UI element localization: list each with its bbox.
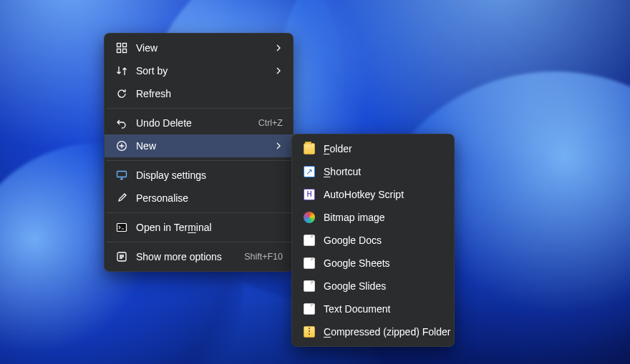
menu-item-shortcut: Shift+F10 <box>244 252 283 262</box>
bitmap-icon <box>302 210 316 225</box>
page-icon <box>302 233 316 247</box>
submenu-item-label: Shortcut <box>324 166 444 177</box>
submenu-item-label: Google Docs <box>324 235 444 246</box>
submenu-item-autohotkey[interactable]: AutoHotkey Script <box>292 183 454 206</box>
menu-item-label: Show more options <box>136 251 238 262</box>
menu-item-new[interactable]: New <box>105 134 293 157</box>
grid-icon <box>115 41 129 55</box>
sort-icon <box>115 64 129 78</box>
submenu-item-label: Google Sheets <box>324 257 444 269</box>
submenu-item-text-document[interactable]: Text Document <box>292 297 454 320</box>
svg-rect-6 <box>117 224 127 232</box>
menu-item-label: View <box>136 42 268 54</box>
brush-icon <box>115 191 129 205</box>
separator <box>106 160 291 161</box>
submenu-item-label: Compressed (zipped) Folder <box>324 326 450 338</box>
menu-item-display-settings[interactable]: Display settings <box>105 164 293 187</box>
submenu-item-shortcut[interactable]: Shortcut <box>292 160 454 183</box>
folder-icon <box>302 142 316 156</box>
svg-rect-2 <box>117 49 121 53</box>
menu-item-sort-by[interactable]: Sort by <box>105 59 293 82</box>
submenu-item-compressed-folder[interactable]: Compressed (zipped) Folder <box>292 320 454 343</box>
menu-item-label: Refresh <box>136 88 283 99</box>
shortcut-icon <box>302 164 316 179</box>
svg-rect-3 <box>123 49 127 53</box>
svg-rect-0 <box>117 44 121 47</box>
menu-item-view[interactable]: View <box>105 36 293 59</box>
display-icon <box>115 168 129 182</box>
svg-rect-1 <box>123 44 127 47</box>
separator <box>106 242 291 242</box>
new-submenu: Folder Shortcut AutoHotkey Script Bitmap… <box>291 134 455 347</box>
menu-item-show-more-options[interactable]: Show more options Shift+F10 <box>105 245 293 268</box>
submenu-item-bitmap[interactable]: Bitmap image <box>292 206 454 229</box>
refresh-icon <box>115 87 129 101</box>
undo-icon <box>115 116 129 130</box>
more-options-icon <box>115 250 129 264</box>
desktop-context-menu: View Sort by Refresh Undo Dele <box>104 33 294 272</box>
chevron-right-icon <box>274 44 283 51</box>
zip-icon <box>302 325 316 339</box>
submenu-item-google-sheets[interactable]: Google Sheets <box>292 252 454 275</box>
menu-item-label: Display settings <box>136 169 283 181</box>
menu-item-undo-delete[interactable]: Undo Delete Ctrl+Z <box>105 112 293 134</box>
menu-item-label: Sort by <box>136 65 268 77</box>
separator <box>106 212 291 213</box>
menu-item-open-in-terminal[interactable]: Open in Terminal <box>105 216 293 239</box>
menu-item-refresh[interactable]: Refresh <box>105 82 293 105</box>
plus-circle-icon <box>115 139 129 153</box>
page-icon <box>302 302 316 316</box>
submenu-item-label: Bitmap image <box>324 212 444 223</box>
chevron-right-icon <box>274 142 283 149</box>
menu-item-shortcut: Ctrl+Z <box>258 118 283 128</box>
menu-item-label: Undo Delete <box>136 117 253 129</box>
ahk-icon <box>302 187 316 202</box>
menu-item-label: Personalise <box>136 192 283 204</box>
menu-item-label: New <box>136 140 268 152</box>
submenu-item-folder[interactable]: Folder <box>292 137 454 160</box>
svg-rect-5 <box>117 172 127 177</box>
menu-item-label: Open in Terminal <box>136 222 283 233</box>
submenu-item-label: Google Slides <box>324 280 444 292</box>
submenu-item-google-docs[interactable]: Google Docs <box>292 229 454 252</box>
submenu-item-label: Text Document <box>324 303 444 315</box>
separator <box>106 108 291 109</box>
page-icon <box>302 256 316 270</box>
terminal-icon <box>115 220 129 235</box>
chevron-right-icon <box>274 67 283 74</box>
submenu-item-label: AutoHotkey Script <box>324 189 444 200</box>
submenu-item-google-slides[interactable]: Google Slides <box>292 275 454 297</box>
menu-item-personalise[interactable]: Personalise <box>105 187 293 210</box>
submenu-item-label: Folder <box>324 143 444 154</box>
page-icon <box>302 279 316 293</box>
